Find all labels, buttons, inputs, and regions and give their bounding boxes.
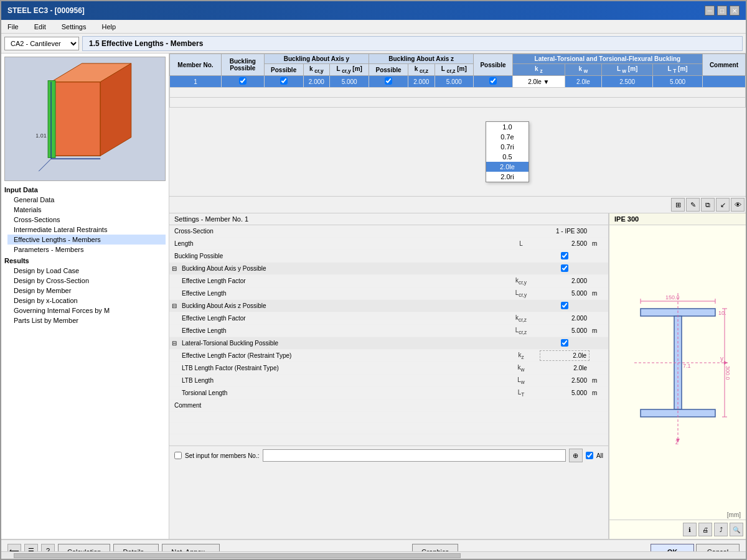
settings-row-lcry: Effective Length Lcr,y 5.000 m — [169, 287, 608, 300]
members-no-input[interactable] — [263, 449, 566, 462]
dropdown-option-20ri[interactable]: 2.0ri — [486, 172, 529, 182]
checkbox-axis-y[interactable] — [280, 77, 288, 85]
col-kcrz: k cr,z — [408, 64, 435, 76]
table-icon-eye[interactable]: 👁 — [731, 198, 745, 212]
sidebar-item-lateral-restraints[interactable]: Intermediate Lateral Restraints — [7, 225, 166, 235]
settings-unit-lt: m — [590, 388, 608, 398]
collapse-icon-y[interactable]: ⊟ — [169, 265, 177, 272]
col-lw: L w [m] — [602, 64, 653, 76]
sidebar-item-design-cross-section[interactable]: Design by Cross-Section — [7, 276, 166, 286]
table-icon-grid[interactable]: ⊞ — [671, 198, 685, 212]
cs-zoom-button[interactable]: 🔍 — [730, 523, 743, 536]
sidebar-item-design-load-case[interactable]: Design by Load Case — [7, 266, 166, 276]
close-button[interactable]: ✕ — [730, 6, 740, 16]
cs-print-button[interactable]: 🖨 — [698, 523, 712, 536]
sidebar-item-cross-sections[interactable]: Cross-Sections — [7, 215, 166, 225]
settings-symbol-kcry: kcr,y — [502, 276, 540, 287]
all-members-checkbox[interactable] — [586, 452, 593, 459]
set-members-checkbox[interactable] — [174, 452, 182, 459]
col-lcry: L cr,y [m] — [330, 64, 369, 76]
settings-checkbox-ltb[interactable] — [540, 338, 590, 349]
cell-ltb-possible[interactable] — [474, 76, 513, 88]
settings-value-kz: 2.0le — [540, 350, 590, 361]
settings-label-ltb: Lateral-Torsional Buckling Possible — [177, 338, 502, 348]
menu-help[interactable]: Help — [98, 22, 119, 31]
settings-row-empty1 — [169, 412, 608, 423]
settings-row-empty3 — [169, 434, 608, 446]
panel-header-label: 1.5 Effective Lengths - Members — [82, 36, 743, 51]
settings-value-length: 2.500 — [540, 239, 590, 248]
cell-member-no: 1 — [170, 76, 222, 88]
sidebar-item-effective-lengths[interactable]: Effective Lengths - Members — [7, 235, 166, 245]
table-row[interactable]: 1 2.000 5.000 2.000 5.000 2.0le ▼ — [170, 76, 746, 88]
settings-label-kz: Effective Length Factor (Restraint Type) — [169, 351, 502, 360]
pick-member-button[interactable]: ⊕ — [569, 449, 583, 462]
cell-axis-y-possible[interactable] — [264, 76, 303, 88]
col-member-no: Member No. — [170, 54, 222, 76]
dropdown-arrow-icon[interactable]: ▼ — [543, 78, 550, 85]
sidebar-results-items: Design by Load Case Design by Cross-Sect… — [4, 266, 166, 325]
menu-settings[interactable]: Settings — [59, 22, 90, 31]
settings-label-length: Length — [169, 239, 502, 248]
dropdown-option-07e[interactable]: 0.7e — [486, 132, 529, 142]
cell-buckling-possible[interactable] — [221, 76, 264, 88]
settings-row-kcrz: Effective Length Factor kcr,z 2.000 — [169, 312, 608, 325]
dropdown-option-05[interactable]: 0.5 — [486, 152, 529, 162]
sidebar: 1.01 Input Data General Data Materials C… — [1, 54, 169, 539]
sidebar-section-results: Results — [4, 257, 166, 264]
sidebar-item-governing-forces[interactable]: Governing Internal Forces by M — [7, 306, 166, 315]
settings-value-lw: 2.500 — [540, 376, 590, 385]
table-icon-copy[interactable]: ⧉ — [701, 198, 715, 212]
menu-file[interactable]: File — [4, 22, 22, 31]
minimize-button[interactable]: ─ — [705, 6, 715, 16]
settings-symbol-lw: Lw — [502, 375, 540, 386]
svg-rect-0 — [51, 82, 100, 156]
settings-row-ltb-header: ⊟ Lateral-Torsional Buckling Possible — [169, 337, 608, 350]
collapse-icon-ltb[interactable]: ⊟ — [169, 340, 177, 347]
sidebar-item-materials[interactable]: Materials — [7, 205, 166, 215]
sidebar-item-design-member[interactable]: Design by Member — [7, 286, 166, 296]
table-icon-edit[interactable]: ✎ — [686, 198, 700, 212]
settings-checkbox-axis-z[interactable] — [540, 301, 590, 312]
settings-row-empty2 — [169, 423, 608, 434]
sidebar-item-parameters[interactable]: Parameters - Members — [7, 245, 166, 254]
settings-checkbox-buckling[interactable] — [540, 251, 590, 262]
settings-value-kw: 2.0le — [540, 363, 590, 373]
effective-lengths-table: Member No. BucklingPossible Buckling Abo… — [169, 54, 746, 108]
cs-export-button[interactable]: ⤴ — [714, 523, 728, 536]
kz-dropdown-popup[interactable]: 1.0 0.7e 0.7ri 0.5 2.0le 2.0ri — [486, 121, 529, 182]
sidebar-item-parts-list[interactable]: Parts List by Member — [7, 315, 166, 325]
settings-label-buckling: Buckling Possible — [169, 251, 502, 261]
dropdown-option-10[interactable]: 1.0 — [486, 122, 529, 132]
dropdown-option-20le[interactable]: 2.0le — [486, 162, 529, 172]
col-axis-y-possible: Possible — [264, 64, 303, 76]
settings-unit-ltb — [590, 342, 608, 345]
settings-unit-lw: m — [590, 376, 608, 385]
checkbox-ltb[interactable] — [489, 77, 497, 85]
settings-symbol-length: L — [502, 239, 540, 248]
table-container[interactable]: Member No. BucklingPossible Buckling Abo… — [169, 54, 746, 197]
checkbox-axis-z[interactable] — [385, 77, 392, 85]
case-dropdown[interactable]: CA2 - Cantilever — [4, 37, 79, 50]
3d-viewport: 1.01 — [4, 57, 166, 181]
dropdown-option-07ri[interactable]: 0.7ri — [486, 142, 529, 152]
menu-edit[interactable]: Edit — [31, 22, 49, 31]
settings-row-comment: Comment — [169, 399, 608, 412]
settings-row-kz: Effective Length Factor (Restraint Type)… — [169, 350, 608, 362]
maximize-button[interactable]: □ — [717, 6, 727, 16]
sidebar-item-general-data[interactable]: General Data — [7, 195, 166, 205]
cell-kz[interactable]: 2.0le ▼ 1.0 0.7e 0.7ri 0.5 2.0le 2.0ri — [512, 76, 565, 88]
settings-unit-comment — [590, 404, 608, 407]
table-icon-paste[interactable]: ↙ — [716, 198, 730, 212]
settings-unit-axis-y — [590, 268, 608, 270]
col-kcry: k cr,y — [303, 64, 330, 76]
collapse-icon-z[interactable]: ⊟ — [169, 302, 177, 309]
settings-value-cross-section: 1 - IPE 300 — [540, 226, 590, 236]
sidebar-item-design-x-location[interactable]: Design by x-Location — [7, 296, 166, 306]
cs-info-button[interactable]: ℹ — [683, 523, 697, 536]
checkbox-buckling[interactable] — [239, 77, 247, 85]
settings-value-lcrz: 5.000 — [540, 326, 590, 335]
cell-axis-z-possible[interactable] — [369, 76, 408, 88]
settings-checkbox-axis-y[interactable] — [540, 263, 590, 274]
settings-row-kw: LTB Length Factor (Restraint Type) kw 2.… — [169, 362, 608, 375]
